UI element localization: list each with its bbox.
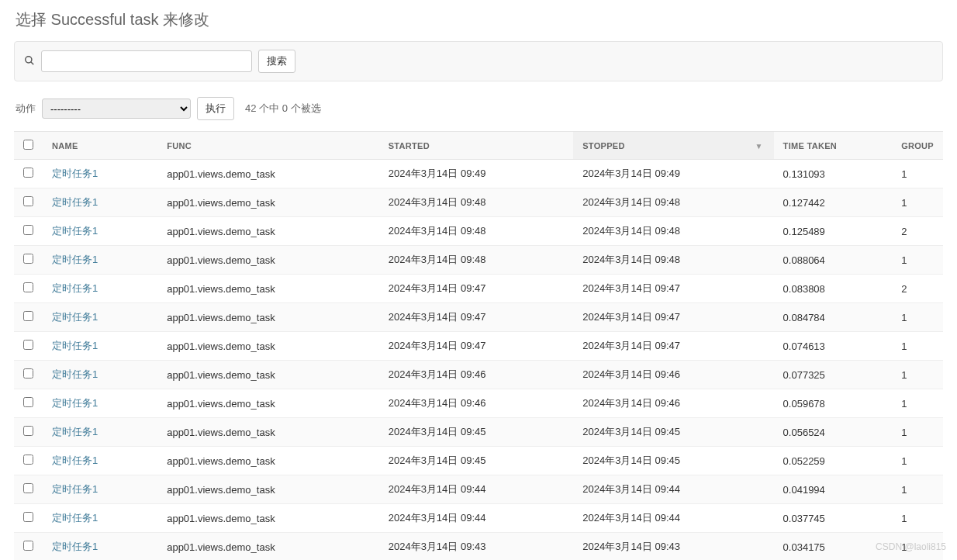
row-checkbox[interactable] (23, 368, 33, 379)
column-header-group[interactable]: GROUP (892, 132, 943, 160)
cell-time-taken: 0.125489 (774, 217, 893, 246)
table-row: 定时任务1 app01.views.demo_task 2024年3月14日 0… (14, 188, 943, 217)
action-select[interactable]: --------- (42, 99, 191, 119)
cell-group: 2 (892, 217, 943, 246)
task-name-link[interactable]: 定时任务1 (52, 254, 98, 265)
row-checkbox[interactable] (23, 311, 33, 321)
table-row: 定时任务1 app01.views.demo_task 2024年3月14日 0… (14, 504, 943, 533)
column-header-stopped-label: STOPPED (582, 141, 624, 150)
row-checkbox[interactable] (23, 541, 33, 551)
cell-started: 2024年3月14日 09:48 (379, 188, 574, 217)
select-all-checkbox[interactable] (23, 140, 33, 150)
cell-time-taken: 0.059678 (774, 389, 893, 418)
cell-group: 1 (892, 160, 943, 188)
cell-started: 2024年3月14日 09:44 (379, 475, 574, 504)
search-toolbar: 搜索 (14, 41, 943, 81)
table-row: 定时任务1 app01.views.demo_task 2024年3月14日 0… (14, 303, 943, 332)
cell-started: 2024年3月14日 09:45 (379, 447, 574, 475)
table-row: 定时任务1 app01.views.demo_task 2024年3月14日 0… (14, 361, 943, 389)
cell-stopped: 2024年3月14日 09:44 (573, 504, 773, 533)
task-name-link[interactable]: 定时任务1 (52, 512, 98, 524)
cell-started: 2024年3月14日 09:44 (379, 504, 574, 533)
cell-started: 2024年3月14日 09:45 (379, 418, 574, 447)
row-checkbox[interactable] (23, 340, 33, 350)
cell-stopped: 2024年3月14日 09:43 (573, 533, 773, 561)
task-name-link[interactable]: 定时任务1 (52, 541, 98, 552)
table-row: 定时任务1 app01.views.demo_task 2024年3月14日 0… (14, 275, 943, 303)
cell-group: 1 (892, 246, 943, 275)
cell-time-taken: 0.077325 (774, 361, 893, 389)
row-checkbox[interactable] (23, 483, 33, 493)
column-header-time-taken[interactable]: TIME TAKEN (774, 132, 893, 160)
task-name-link[interactable]: 定时任务1 (52, 397, 98, 409)
row-checkbox[interactable] (23, 512, 33, 522)
cell-started: 2024年3月14日 09:47 (379, 303, 574, 332)
task-name-link[interactable]: 定时任务1 (52, 168, 98, 179)
cell-group: 1 (892, 475, 943, 504)
search-button[interactable]: 搜索 (258, 50, 295, 73)
column-header-func[interactable]: FUNC (157, 132, 379, 160)
cell-time-taken: 0.034175 (774, 533, 893, 561)
task-name-link[interactable]: 定时任务1 (52, 368, 98, 380)
cell-started: 2024年3月14日 09:43 (379, 533, 574, 561)
row-checkbox[interactable] (23, 397, 33, 407)
cell-time-taken: 0.127442 (774, 188, 893, 217)
actions-bar: 动作 --------- 执行 42 个中 0 个被选 (0, 97, 957, 131)
cell-started: 2024年3月14日 09:47 (379, 332, 574, 361)
cell-stopped: 2024年3月14日 09:48 (573, 217, 773, 246)
cell-group: 1 (892, 389, 943, 418)
task-name-link[interactable]: 定时任务1 (52, 311, 98, 323)
column-header-name[interactable]: NAME (43, 132, 157, 160)
cell-started: 2024年3月14日 09:47 (379, 275, 574, 303)
task-name-link[interactable]: 定时任务1 (52, 225, 98, 237)
cell-stopped: 2024年3月14日 09:48 (573, 246, 773, 275)
cell-time-taken: 0.074613 (774, 332, 893, 361)
svg-point-0 (26, 56, 32, 62)
go-button[interactable]: 执行 (197, 97, 234, 120)
task-name-link[interactable]: 定时任务1 (52, 196, 98, 208)
cell-started: 2024年3月14日 09:46 (379, 361, 574, 389)
task-name-link[interactable]: 定时任务1 (52, 340, 98, 351)
cell-group: 2 (892, 275, 943, 303)
cell-stopped: 2024年3月14日 09:45 (573, 447, 773, 475)
cell-started: 2024年3月14日 09:46 (379, 389, 574, 418)
row-checkbox[interactable] (23, 225, 33, 235)
sort-descending-icon: ▼ (755, 141, 762, 150)
table-row: 定时任务1 app01.views.demo_task 2024年3月14日 0… (14, 533, 943, 561)
cell-func: app01.views.demo_task (157, 188, 379, 217)
row-checkbox[interactable] (23, 254, 33, 264)
task-name-link[interactable]: 定时任务1 (52, 455, 98, 466)
row-checkbox[interactable] (23, 426, 33, 436)
row-checkbox[interactable] (23, 196, 33, 206)
svg-line-1 (31, 61, 34, 64)
table-row: 定时任务1 app01.views.demo_task 2024年3月14日 0… (14, 418, 943, 447)
column-header-started[interactable]: STARTED (379, 132, 574, 160)
cell-time-taken: 0.052259 (774, 447, 893, 475)
column-header-checkbox (14, 132, 43, 160)
cell-func: app01.views.demo_task (157, 246, 379, 275)
column-header-stopped[interactable]: STOPPED ▼ (573, 132, 773, 160)
table-row: 定时任务1 app01.views.demo_task 2024年3月14日 0… (14, 389, 943, 418)
cell-func: app01.views.demo_task (157, 389, 379, 418)
cell-func: app01.views.demo_task (157, 332, 379, 361)
cell-func: app01.views.demo_task (157, 475, 379, 504)
search-input[interactable] (41, 50, 252, 72)
results-table: NAME FUNC STARTED STOPPED ▼ TIME TAKEN G… (14, 131, 943, 560)
cell-stopped: 2024年3月14日 09:47 (573, 332, 773, 361)
row-checkbox[interactable] (23, 282, 33, 292)
row-checkbox[interactable] (23, 455, 33, 465)
cell-stopped: 2024年3月14日 09:47 (573, 275, 773, 303)
cell-time-taken: 0.037745 (774, 504, 893, 533)
task-name-link[interactable]: 定时任务1 (52, 282, 98, 294)
cell-group: 1 (892, 504, 943, 533)
table-row: 定时任务1 app01.views.demo_task 2024年3月14日 0… (14, 217, 943, 246)
cell-func: app01.views.demo_task (157, 275, 379, 303)
task-name-link[interactable]: 定时任务1 (52, 426, 98, 437)
table-row: 定时任务1 app01.views.demo_task 2024年3月14日 0… (14, 246, 943, 275)
cell-stopped: 2024年3月14日 09:46 (573, 389, 773, 418)
cell-time-taken: 0.056524 (774, 418, 893, 447)
task-name-link[interactable]: 定时任务1 (52, 483, 98, 495)
cell-time-taken: 0.088064 (774, 246, 893, 275)
row-checkbox[interactable] (23, 168, 33, 178)
cell-stopped: 2024年3月14日 09:47 (573, 303, 773, 332)
